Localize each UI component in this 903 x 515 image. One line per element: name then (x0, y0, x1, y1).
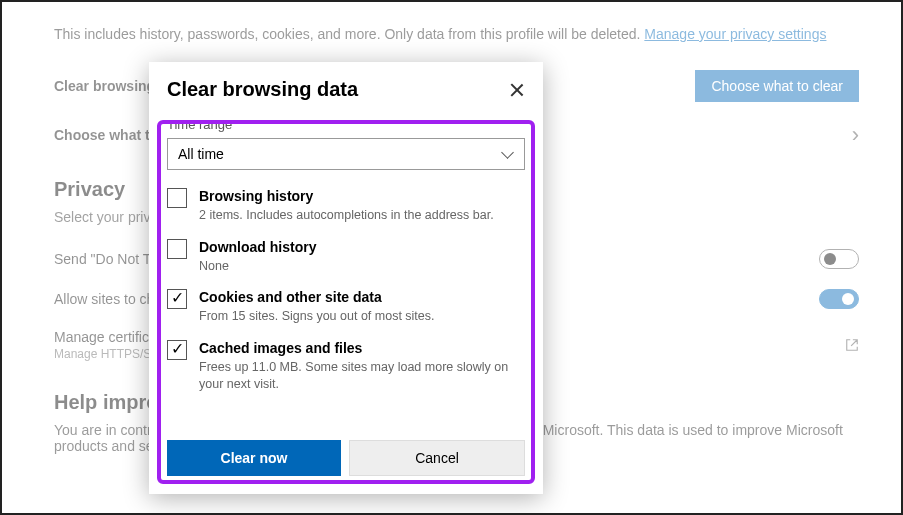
intro-text: This includes history, passwords, cookie… (54, 26, 859, 42)
checkbox[interactable] (167, 289, 187, 309)
time-range-select[interactable]: All time (167, 138, 525, 170)
chevron-right-icon (852, 122, 859, 148)
external-link-icon (845, 338, 859, 352)
close-icon[interactable] (509, 82, 525, 98)
checkbox[interactable] (167, 188, 187, 208)
checkbox[interactable] (167, 340, 187, 360)
clear-option-item: Browsing history2 items. Includes autoco… (167, 188, 519, 225)
option-description: 2 items. Includes autocompletions in the… (199, 207, 494, 225)
cancel-button[interactable]: Cancel (349, 440, 525, 476)
clear-option-item: Cookies and other site dataFrom 15 sites… (167, 289, 519, 326)
option-label: Download history (199, 239, 316, 255)
option-description: None (199, 258, 316, 276)
privacy-settings-link[interactable]: Manage your privacy settings (644, 26, 826, 42)
chevron-down-icon (502, 148, 514, 160)
option-label: Cookies and other site data (199, 289, 435, 305)
time-range-label: Time range (167, 117, 525, 132)
option-label: Browsing history (199, 188, 494, 204)
choose-what-to-clear-button[interactable]: Choose what to clear (695, 70, 859, 102)
option-description: Frees up 11.0 MB. Some sites may load mo… (199, 359, 519, 394)
dnt-toggle[interactable] (819, 249, 859, 269)
clear-now-button[interactable]: Clear now (167, 440, 341, 476)
dialog-title: Clear browsing data (167, 78, 358, 101)
option-label: Cached images and files (199, 340, 519, 356)
time-range-value: All time (178, 146, 224, 162)
clear-option-item: Download historyNone (167, 239, 519, 276)
checkbox[interactable] (167, 239, 187, 259)
clear-option-item: Cached images and filesFrees up 11.0 MB.… (167, 340, 519, 394)
option-description: From 15 sites. Signs you out of most sit… (199, 308, 435, 326)
payment-toggle[interactable] (819, 289, 859, 309)
clear-browsing-data-dialog: Clear browsing data Time range All time … (149, 62, 543, 494)
clear-options-list: Browsing history2 items. Includes autoco… (167, 188, 525, 428)
